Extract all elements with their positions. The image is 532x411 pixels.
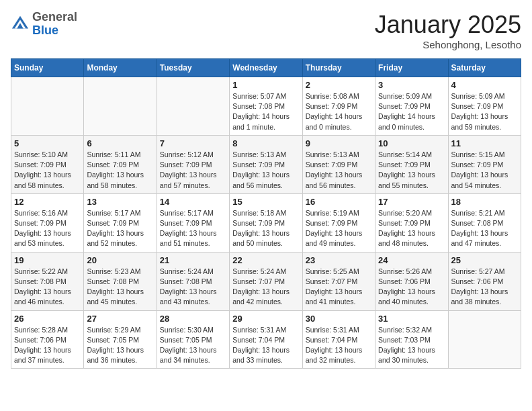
calendar-cell: 16Sunrise: 5:19 AMSunset: 7:09 PMDayligh… xyxy=(302,193,375,252)
calendar-cell: 10Sunrise: 5:14 AMSunset: 7:09 PMDayligh… xyxy=(375,135,448,193)
day-number: 12 xyxy=(14,197,81,207)
page-header: General Blue January 2025 Sehonghong, Le… xyxy=(11,11,521,50)
calendar-cell: 27Sunrise: 5:29 AMSunset: 7:05 PMDayligh… xyxy=(84,310,157,369)
day-info: Sunrise: 5:23 AMSunset: 7:08 PMDaylight:… xyxy=(87,267,153,308)
day-info: Sunrise: 5:19 AMSunset: 7:09 PMDaylight:… xyxy=(306,208,372,249)
day-info: Sunrise: 5:09 AMSunset: 7:09 PMDaylight:… xyxy=(451,91,518,132)
calendar-cell: 26Sunrise: 5:28 AMSunset: 7:06 PMDayligh… xyxy=(11,310,84,369)
weekday-header: Wednesday xyxy=(230,59,302,77)
day-number: 29 xyxy=(232,314,299,324)
logo-blue-text: Blue xyxy=(32,24,77,38)
day-info: Sunrise: 5:17 AMSunset: 7:09 PMDaylight:… xyxy=(87,208,153,249)
weekday-header: Monday xyxy=(84,59,157,77)
day-info: Sunrise: 5:16 AMSunset: 7:09 PMDaylight:… xyxy=(14,208,81,249)
logo: General Blue xyxy=(11,11,77,38)
calendar-cell: 8Sunrise: 5:13 AMSunset: 7:09 PMDaylight… xyxy=(230,135,302,193)
calendar-cell: 25Sunrise: 5:27 AMSunset: 7:06 PMDayligh… xyxy=(448,252,521,310)
calendar-cell: 3Sunrise: 5:09 AMSunset: 7:09 PMDaylight… xyxy=(375,77,448,136)
calendar-cell: 9Sunrise: 5:13 AMSunset: 7:09 PMDaylight… xyxy=(302,135,375,193)
logo-text: General Blue xyxy=(32,11,77,38)
weekday-header: Saturday xyxy=(448,59,521,77)
day-info: Sunrise: 5:25 AMSunset: 7:07 PMDaylight:… xyxy=(306,267,372,308)
day-info: Sunrise: 5:17 AMSunset: 7:09 PMDaylight:… xyxy=(160,208,226,249)
logo-icon xyxy=(11,15,30,34)
title-area: January 2025 Sehonghong, Lesotho xyxy=(375,11,521,50)
weekday-header: Friday xyxy=(375,59,448,77)
day-info: Sunrise: 5:30 AMSunset: 7:05 PMDaylight:… xyxy=(160,325,226,366)
day-number: 15 xyxy=(232,197,299,207)
calendar-cell: 23Sunrise: 5:25 AMSunset: 7:07 PMDayligh… xyxy=(302,252,375,310)
calendar-cell: 24Sunrise: 5:26 AMSunset: 7:06 PMDayligh… xyxy=(375,252,448,310)
day-info: Sunrise: 5:32 AMSunset: 7:03 PMDaylight:… xyxy=(378,325,445,366)
day-info: Sunrise: 5:22 AMSunset: 7:08 PMDaylight:… xyxy=(14,267,81,308)
calendar-cell xyxy=(11,77,84,136)
day-info: Sunrise: 5:31 AMSunset: 7:04 PMDaylight:… xyxy=(232,325,299,366)
weekday-header: Sunday xyxy=(11,59,84,77)
day-number: 5 xyxy=(14,138,81,148)
calendar-cell xyxy=(448,310,521,369)
day-number: 26 xyxy=(14,314,81,324)
day-number: 14 xyxy=(160,197,226,207)
day-info: Sunrise: 5:28 AMSunset: 7:06 PMDaylight:… xyxy=(14,325,81,366)
day-number: 11 xyxy=(451,138,518,148)
day-number: 17 xyxy=(378,197,445,207)
location-subtitle: Sehonghong, Lesotho xyxy=(375,39,521,50)
day-info: Sunrise: 5:27 AMSunset: 7:06 PMDaylight:… xyxy=(451,267,518,308)
calendar-cell: 15Sunrise: 5:18 AMSunset: 7:09 PMDayligh… xyxy=(230,193,302,252)
calendar-cell: 1Sunrise: 5:07 AMSunset: 7:08 PMDaylight… xyxy=(230,77,302,136)
day-info: Sunrise: 5:18 AMSunset: 7:09 PMDaylight:… xyxy=(232,208,299,249)
day-number: 25 xyxy=(451,255,518,265)
day-info: Sunrise: 5:13 AMSunset: 7:09 PMDaylight:… xyxy=(232,150,299,191)
calendar-cell: 6Sunrise: 5:11 AMSunset: 7:09 PMDaylight… xyxy=(84,135,157,193)
calendar-cell: 18Sunrise: 5:21 AMSunset: 7:08 PMDayligh… xyxy=(448,193,521,252)
calendar-cell: 21Sunrise: 5:24 AMSunset: 7:08 PMDayligh… xyxy=(157,252,229,310)
day-info: Sunrise: 5:24 AMSunset: 7:08 PMDaylight:… xyxy=(160,267,226,308)
calendar-table: SundayMondayTuesdayWednesdayThursdayFrid… xyxy=(11,58,521,369)
calendar-cell: 29Sunrise: 5:31 AMSunset: 7:04 PMDayligh… xyxy=(230,310,302,369)
day-number: 1 xyxy=(232,80,299,90)
calendar-cell: 12Sunrise: 5:16 AMSunset: 7:09 PMDayligh… xyxy=(11,193,84,252)
day-number: 22 xyxy=(232,255,299,265)
day-number: 6 xyxy=(87,138,153,148)
day-number: 23 xyxy=(306,255,372,265)
calendar-cell: 5Sunrise: 5:10 AMSunset: 7:09 PMDaylight… xyxy=(11,135,84,193)
day-info: Sunrise: 5:20 AMSunset: 7:09 PMDaylight:… xyxy=(378,208,445,249)
calendar-cell: 19Sunrise: 5:22 AMSunset: 7:08 PMDayligh… xyxy=(11,252,84,310)
day-info: Sunrise: 5:07 AMSunset: 7:08 PMDaylight:… xyxy=(232,91,299,132)
calendar-week-row: 19Sunrise: 5:22 AMSunset: 7:08 PMDayligh… xyxy=(11,252,521,310)
month-title: January 2025 xyxy=(375,11,521,39)
day-info: Sunrise: 5:21 AMSunset: 7:08 PMDaylight:… xyxy=(451,208,518,249)
calendar-week-row: 12Sunrise: 5:16 AMSunset: 7:09 PMDayligh… xyxy=(11,193,521,252)
day-info: Sunrise: 5:09 AMSunset: 7:09 PMDaylight:… xyxy=(378,91,445,132)
day-info: Sunrise: 5:11 AMSunset: 7:09 PMDaylight:… xyxy=(87,150,153,191)
calendar-week-row: 26Sunrise: 5:28 AMSunset: 7:06 PMDayligh… xyxy=(11,310,521,369)
day-info: Sunrise: 5:31 AMSunset: 7:04 PMDaylight:… xyxy=(306,325,372,366)
calendar-cell: 4Sunrise: 5:09 AMSunset: 7:09 PMDaylight… xyxy=(448,77,521,136)
day-number: 8 xyxy=(232,138,299,148)
calendar-week-row: 1Sunrise: 5:07 AMSunset: 7:08 PMDaylight… xyxy=(11,77,521,136)
day-info: Sunrise: 5:13 AMSunset: 7:09 PMDaylight:… xyxy=(306,150,372,191)
day-number: 31 xyxy=(378,314,445,324)
day-info: Sunrise: 5:15 AMSunset: 7:09 PMDaylight:… xyxy=(451,150,518,191)
calendar-cell: 20Sunrise: 5:23 AMSunset: 7:08 PMDayligh… xyxy=(84,252,157,310)
day-number: 13 xyxy=(87,197,153,207)
calendar-cell: 7Sunrise: 5:12 AMSunset: 7:09 PMDaylight… xyxy=(157,135,229,193)
day-number: 7 xyxy=(160,138,226,148)
day-number: 28 xyxy=(160,314,226,324)
calendar-cell: 17Sunrise: 5:20 AMSunset: 7:09 PMDayligh… xyxy=(375,193,448,252)
calendar-cell: 31Sunrise: 5:32 AMSunset: 7:03 PMDayligh… xyxy=(375,310,448,369)
day-number: 16 xyxy=(306,197,372,207)
day-number: 3 xyxy=(378,80,445,90)
day-number: 18 xyxy=(451,197,518,207)
calendar-cell: 14Sunrise: 5:17 AMSunset: 7:09 PMDayligh… xyxy=(157,193,229,252)
day-info: Sunrise: 5:14 AMSunset: 7:09 PMDaylight:… xyxy=(378,150,445,191)
day-info: Sunrise: 5:24 AMSunset: 7:07 PMDaylight:… xyxy=(232,267,299,308)
day-info: Sunrise: 5:10 AMSunset: 7:09 PMDaylight:… xyxy=(14,150,81,191)
weekday-header-row: SundayMondayTuesdayWednesdayThursdayFrid… xyxy=(11,59,521,77)
day-number: 30 xyxy=(306,314,372,324)
day-number: 10 xyxy=(378,138,445,148)
calendar-cell: 2Sunrise: 5:08 AMSunset: 7:09 PMDaylight… xyxy=(302,77,375,136)
calendar-week-row: 5Sunrise: 5:10 AMSunset: 7:09 PMDaylight… xyxy=(11,135,521,193)
day-number: 20 xyxy=(87,255,153,265)
day-info: Sunrise: 5:12 AMSunset: 7:09 PMDaylight:… xyxy=(160,150,226,191)
